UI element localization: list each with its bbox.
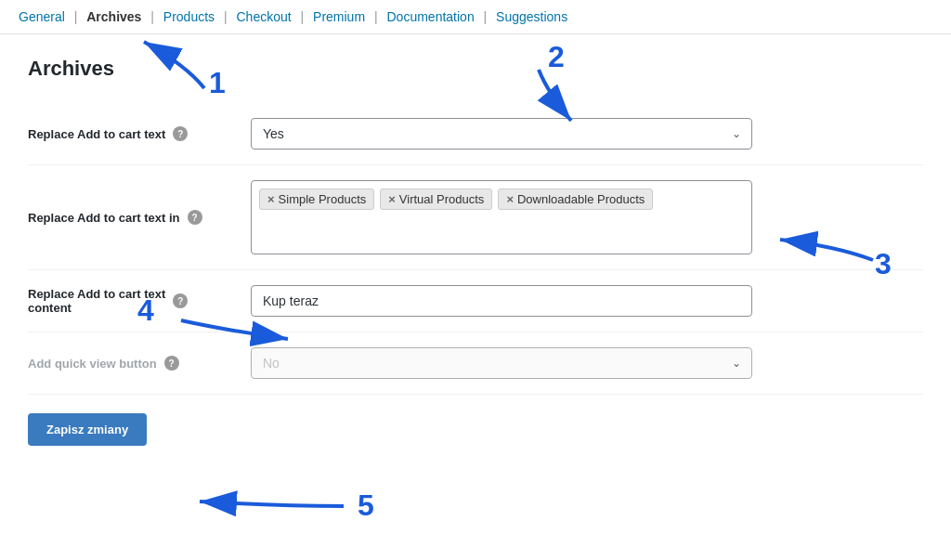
replace-add-to-cart-help-icon[interactable]: ? [173, 126, 188, 141]
nav-sep-1: | [74, 9, 78, 24]
quick-view-field: No Yes ⌄ [251, 332, 923, 395]
replace-add-to-cart-select-wrapper: Yes No ⌄ [251, 118, 752, 150]
page-title: Archives [28, 57, 923, 81]
replace-in-help-icon[interactable]: ? [188, 210, 202, 225]
nav-sep-2: | [150, 9, 154, 24]
tag-downloadable-products-close[interactable]: × [506, 192, 514, 206]
tag-simple-products-close[interactable]: × [267, 192, 275, 206]
settings-table: Replace Add to cart text ? Yes No ⌄ [28, 103, 923, 395]
nav-sep-5: | [374, 9, 378, 24]
tag-simple-products-label: Simple Products [279, 192, 367, 206]
nav-checkout[interactable]: Checkout [236, 9, 291, 24]
replace-content-input[interactable] [251, 285, 752, 317]
tags-container[interactable]: × Simple Products × Virtual Products × D… [251, 180, 752, 254]
tag-simple-products: × Simple Products [259, 189, 374, 210]
quick-view-label: Add quick view button ? [28, 332, 251, 395]
tag-virtual-products-label: Virtual Products [399, 192, 485, 206]
replace-content-help-icon[interactable]: ? [173, 293, 188, 308]
nav-products[interactable]: Products [163, 9, 215, 24]
tag-virtual-products: × Virtual Products [380, 189, 492, 210]
tag-virtual-products-close[interactable]: × [388, 192, 396, 206]
quick-view-select[interactable]: No Yes [251, 347, 752, 379]
replace-add-to-cart-select[interactable]: Yes No [251, 118, 752, 150]
arrow-5: 5 [200, 488, 374, 522]
replace-add-to-cart-row: Replace Add to cart text ? Yes No ⌄ [28, 103, 923, 165]
nav-premium[interactable]: Premium [313, 9, 365, 24]
replace-in-label: Replace Add to cart text in ? [28, 165, 251, 270]
tag-downloadable-products: × Downloadable Products [498, 189, 653, 210]
quick-view-select-wrapper: No Yes ⌄ [251, 347, 752, 379]
replace-add-to-cart-field: Yes No ⌄ [251, 103, 923, 165]
nav-documentation[interactable]: Documentation [387, 9, 475, 24]
replace-in-row: Replace Add to cart text in ? × Simple P… [28, 165, 923, 270]
navigation-bar: General | Archives | Products | Checkout… [0, 0, 951, 34]
nav-sep-3: | [224, 9, 228, 24]
nav-suggestions[interactable]: Suggestions [496, 9, 567, 24]
replace-content-row: Replace Add to cart text content ? [28, 270, 923, 332]
svg-text:5: 5 [358, 488, 374, 522]
nav-general[interactable]: General [19, 9, 65, 24]
quick-view-row: Add quick view button ? No Yes ⌄ [28, 332, 923, 395]
tag-downloadable-products-label: Downloadable Products [517, 192, 645, 206]
save-button[interactable]: Zapisz zmiany [28, 413, 147, 446]
nav-sep-6: | [484, 9, 488, 24]
nav-sep-4: | [301, 9, 305, 24]
replace-in-field: × Simple Products × Virtual Products × D… [251, 165, 923, 270]
replace-content-label: Replace Add to cart text content ? [28, 270, 251, 332]
main-content: Archives Replace Add to cart text ? Yes … [0, 34, 951, 468]
replace-add-to-cart-label: Replace Add to cart text ? [28, 103, 251, 165]
replace-content-field [251, 270, 923, 332]
quick-view-help-icon[interactable]: ? [164, 356, 179, 371]
nav-archives[interactable]: Archives [86, 9, 141, 24]
